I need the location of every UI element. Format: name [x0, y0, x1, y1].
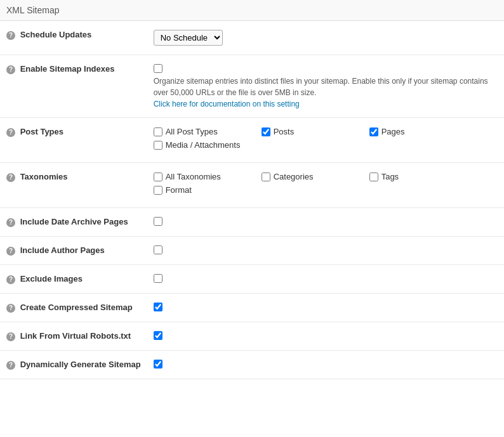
help-icon-post-types[interactable]: ? [6, 128, 15, 137]
label-posts[interactable]: Posts [274, 127, 295, 136]
checkbox-all-post-types[interactable] [154, 127, 162, 136]
value-include-author-pages [147, 237, 504, 265]
sitemap-indexes-description: Organize sitemap entries into distinct f… [154, 75, 498, 98]
row-dynamically-generate-sitemap: ? Dynamically Generate Sitemap [0, 351, 504, 379]
checkbox-link-from-virtual-robots[interactable] [154, 331, 162, 340]
value-post-types: All Post Types Posts Pages [147, 118, 504, 163]
help-icon-dynamically-generate[interactable]: ? [6, 361, 15, 370]
value-enable-sitemap-indexes: Organize sitemap entries into distinct f… [147, 55, 504, 118]
value-create-compressed-sitemap [147, 294, 504, 322]
label-all-post-types[interactable]: All Post Types [166, 127, 218, 136]
row-create-compressed-sitemap: ? Create Compressed Sitemap [0, 294, 504, 322]
help-icon-taxonomies[interactable]: ? [6, 173, 15, 182]
schedule-select[interactable]: No Schedule Hourly Twice Daily Daily Wee… [154, 30, 223, 46]
taxonomies-row2: Format [154, 185, 498, 199]
checkbox-item-all-taxonomies: All Taxonomies [154, 172, 236, 181]
post-types-row2: Media / Attachments [154, 140, 498, 153]
taxonomies-row1: All Taxonomies Categories Tags [154, 172, 498, 185]
label-categories[interactable]: Categories [274, 172, 314, 181]
checkbox-item-pages: Pages [369, 127, 452, 136]
checkbox-tags[interactable] [369, 173, 378, 181]
label-post-types: ? Post Types [0, 118, 147, 163]
checkbox-media-attachments[interactable] [154, 141, 162, 150]
checkbox-exclude-images[interactable] [154, 274, 162, 283]
row-include-author-pages: ? Include Author Pages [0, 237, 504, 265]
label-pages[interactable]: Pages [381, 127, 405, 136]
label-tags[interactable]: Tags [381, 172, 399, 181]
label-enable-sitemap-indexes: ? Enable Sitemap Indexes [0, 55, 147, 118]
page-title: XML Sitemap [0, 0, 504, 21]
value-link-from-virtual-robots [147, 322, 504, 351]
checkbox-posts[interactable] [262, 127, 270, 136]
label-create-compressed-sitemap: ? Create Compressed Sitemap [0, 294, 147, 322]
value-exclude-images [147, 265, 504, 294]
label-format[interactable]: Format [166, 185, 192, 195]
checkbox-all-taxonomies[interactable] [154, 173, 162, 181]
checkbox-item-categories: Categories [262, 172, 344, 181]
row-schedule-updates: ? Schedule Updates No Schedule Hourly Tw… [0, 21, 504, 55]
checkbox-create-compressed-sitemap[interactable] [154, 303, 162, 311]
checkbox-dynamically-generate-sitemap[interactable] [154, 360, 162, 369]
checkbox-item-posts: Posts [262, 127, 344, 136]
label-include-author-pages: ? Include Author Pages [0, 237, 147, 265]
sitemap-indexes-doc-link[interactable]: Click here for documentation on this set… [154, 100, 498, 108]
row-link-from-virtual-robots: ? Link From Virtual Robots.txt [0, 322, 504, 351]
row-taxonomies: ? Taxonomies All Taxonomies Categories [0, 163, 504, 208]
checkbox-item-media-attachments: Media / Attachments [154, 140, 241, 150]
row-enable-sitemap-indexes: ? Enable Sitemap Indexes Organize sitema… [0, 55, 504, 118]
label-include-date-archive: ? Include Date Archive Pages [0, 208, 147, 237]
value-include-date-archive [147, 208, 504, 237]
checkbox-pages[interactable] [369, 127, 378, 136]
value-taxonomies: All Taxonomies Categories Tags [147, 163, 504, 208]
value-dynamically-generate-sitemap [147, 351, 504, 379]
settings-table: ? Schedule Updates No Schedule Hourly Tw… [0, 21, 504, 379]
checkbox-item-format: Format [154, 185, 236, 195]
checkbox-include-date-archive[interactable] [154, 217, 162, 226]
label-all-taxonomies[interactable]: All Taxonomies [166, 172, 221, 181]
label-link-from-virtual-robots: ? Link From Virtual Robots.txt [0, 322, 147, 351]
checkbox-enable-sitemap-indexes[interactable] [154, 64, 162, 73]
label-exclude-images: ? Exclude Images [0, 265, 147, 294]
help-icon-virtual-robots[interactable]: ? [6, 332, 15, 341]
help-icon-compressed-sitemap[interactable]: ? [6, 304, 15, 313]
post-types-row1: All Post Types Posts Pages [154, 127, 498, 140]
row-post-types: ? Post Types All Post Types Posts [0, 118, 504, 163]
checkbox-categories[interactable] [262, 173, 270, 181]
value-schedule-updates: No Schedule Hourly Twice Daily Daily Wee… [147, 21, 504, 55]
label-taxonomies: ? Taxonomies [0, 163, 147, 208]
help-icon-author-pages[interactable]: ? [6, 247, 15, 256]
checkbox-item-tags: Tags [369, 172, 452, 181]
row-include-date-archive: ? Include Date Archive Pages [0, 208, 504, 237]
help-icon-sitemap-indexes[interactable]: ? [6, 65, 15, 74]
help-icon-schedule[interactable]: ? [6, 31, 15, 40]
row-exclude-images: ? Exclude Images [0, 265, 504, 294]
checkbox-item-all-post-types: All Post Types [154, 127, 236, 136]
checkbox-format[interactable] [154, 186, 162, 195]
label-dynamically-generate-sitemap: ? Dynamically Generate Sitemap [0, 351, 147, 379]
label-media-attachments[interactable]: Media / Attachments [166, 140, 241, 150]
label-schedule-updates: ? Schedule Updates [0, 21, 147, 55]
help-icon-exclude-images[interactable]: ? [6, 275, 15, 284]
page-container: XML Sitemap ? Schedule Updates No Schedu… [0, 0, 504, 379]
checkbox-include-author-pages[interactable] [154, 245, 162, 254]
help-icon-date-archive[interactable]: ? [6, 218, 15, 227]
